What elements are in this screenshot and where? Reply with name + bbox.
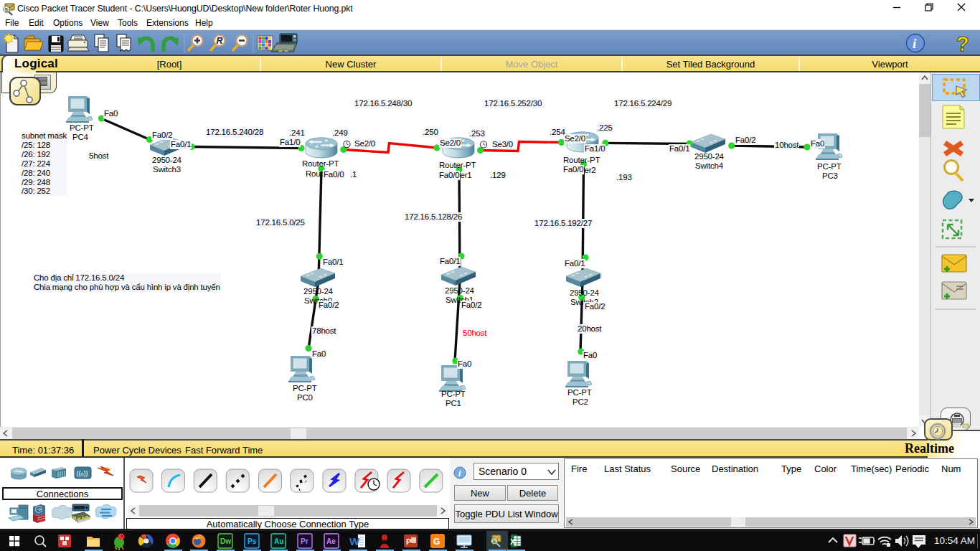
svg-text:Dw: Dw — [220, 537, 231, 545]
svg-text:P: P — [406, 537, 411, 546]
svg-text:S: S — [493, 539, 496, 544]
svg-text:Ps: Ps — [248, 537, 257, 545]
svg-text:G: G — [433, 537, 440, 547]
svg-text:R: R — [217, 36, 223, 46]
svg-text:((o)): ((o)) — [77, 470, 88, 477]
svg-text:Ae: Ae — [326, 537, 336, 545]
svg-text:W: W — [349, 535, 360, 547]
svg-text:10:54 AM: 10:54 AM — [934, 535, 975, 546]
svg-text:i: i — [913, 36, 917, 51]
svg-text:Au: Au — [274, 537, 283, 545]
svg-text:X: X — [510, 537, 516, 546]
svg-text:Pr: Pr — [301, 537, 308, 545]
svg-text:S: S — [5, 7, 9, 12]
svg-text:?: ? — [956, 32, 969, 55]
